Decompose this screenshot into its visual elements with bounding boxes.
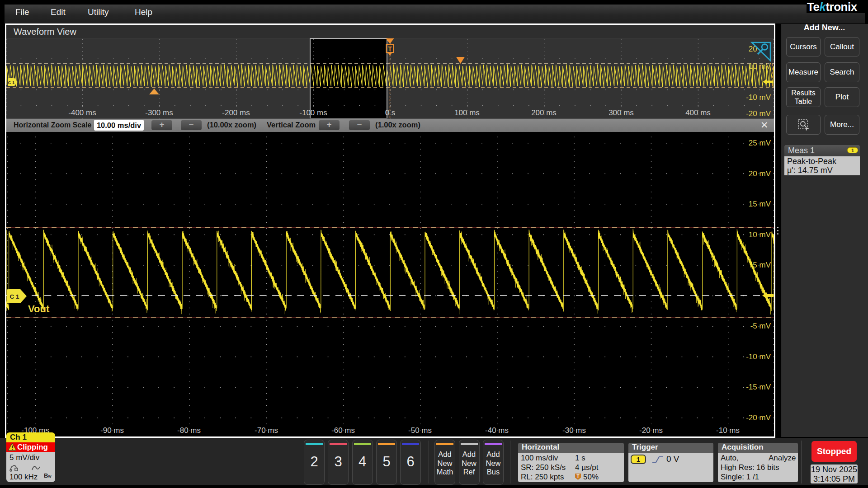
svg-text:-10 mV: -10 mV: [746, 93, 771, 102]
svg-text:-20 mV: -20 mV: [746, 109, 771, 118]
svg-text:-40 ms: -40 ms: [485, 426, 509, 435]
svg-text:-90 ms: -90 ms: [100, 426, 124, 435]
svg-text:-10 ms: -10 ms: [716, 426, 740, 435]
svg-text:C 1: C 1: [8, 80, 15, 85]
svg-text:5 mV: 5 mV: [753, 261, 771, 269]
svg-text:T: T: [576, 474, 579, 479]
svg-text:-20 ms: -20 ms: [639, 426, 663, 435]
svg-text:-80 ms: -80 ms: [177, 426, 201, 435]
svg-text:-50 ms: -50 ms: [408, 426, 432, 435]
svg-text:10 mV: 10 mV: [749, 62, 771, 70]
svg-text:-60 ms: -60 ms: [331, 426, 355, 435]
svg-text:-5 mV: -5 mV: [750, 322, 771, 330]
svg-text:20 mV: 20 mV: [749, 169, 771, 178]
svg-text:-400 ms: -400 ms: [68, 108, 96, 117]
svg-text:-200 ms: -200 ms: [222, 108, 250, 117]
svg-text:-15 mV: -15 mV: [746, 383, 771, 391]
svg-text:-30 ms: -30 ms: [562, 426, 586, 435]
svg-text:-300 ms: -300 ms: [145, 108, 173, 117]
svg-text:-70 ms: -70 ms: [255, 426, 278, 435]
svg-text:400 ms: 400 ms: [685, 108, 711, 117]
svg-text:200 ms: 200 ms: [531, 108, 557, 117]
svg-text:100 ms: 100 ms: [454, 108, 480, 117]
svg-text:T: T: [388, 45, 392, 52]
svg-text:C 1: C 1: [9, 293, 19, 300]
svg-text:25 mV: 25 mV: [749, 139, 771, 147]
svg-text:-20 mV: -20 mV: [746, 413, 771, 422]
svg-text:300 ms: 300 ms: [609, 108, 634, 117]
svg-text:15 mV: 15 mV: [749, 200, 771, 208]
svg-text:-10 mV: -10 mV: [746, 352, 771, 361]
svg-text:10 mV: 10 mV: [749, 230, 771, 239]
